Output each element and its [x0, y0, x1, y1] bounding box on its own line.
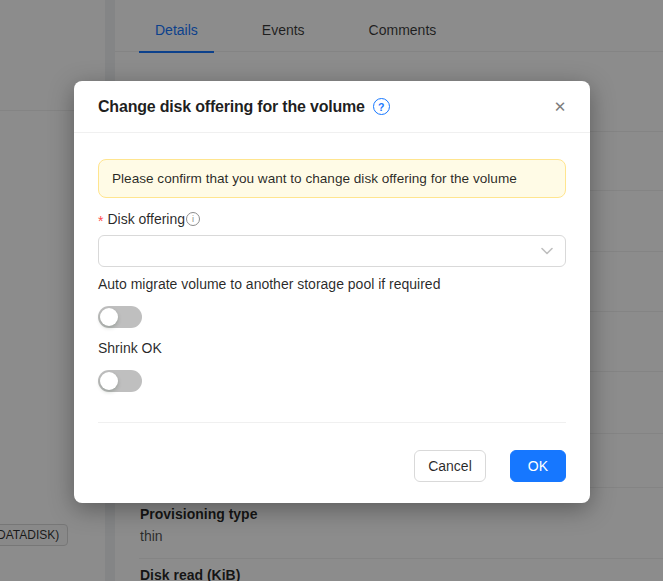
dialog-body: Please confirm that you want to change d… [74, 133, 590, 482]
change-disk-offering-dialog: Change disk offering for the volume ? ✕ … [74, 81, 590, 503]
ok-button[interactable]: OK [510, 450, 566, 482]
auto-migrate-toggle[interactable] [98, 306, 142, 328]
footer-divider [98, 422, 566, 423]
confirm-alert: Please confirm that you want to change d… [98, 159, 566, 198]
confirm-alert-text: Please confirm that you want to change d… [112, 171, 517, 186]
dialog-footer: Cancel OK [98, 450, 566, 482]
disk-offering-label: Disk offering [107, 211, 185, 227]
help-icon[interactable]: ? [373, 98, 390, 115]
auto-migrate-label: Auto migrate volume to another storage p… [98, 276, 566, 292]
chevron-down-icon [541, 247, 553, 255]
screen: DATADISK) Details Events Comments Provis… [0, 0, 663, 581]
info-icon[interactable]: i [186, 212, 200, 226]
close-icon[interactable]: ✕ [546, 93, 574, 121]
disk-offering-select[interactable] [98, 235, 566, 267]
toggle-knob [100, 308, 118, 326]
shrink-ok-toggle[interactable] [98, 370, 142, 392]
toggle-knob [100, 372, 118, 390]
required-marker: * [98, 210, 103, 228]
dialog-header: Change disk offering for the volume ? ✕ [74, 81, 590, 133]
shrink-ok-label: Shrink OK [98, 340, 566, 356]
dialog-title: Change disk offering for the volume [98, 98, 365, 116]
disk-offering-field-label-row: * Disk offering i [98, 210, 566, 228]
cancel-button[interactable]: Cancel [414, 450, 486, 482]
